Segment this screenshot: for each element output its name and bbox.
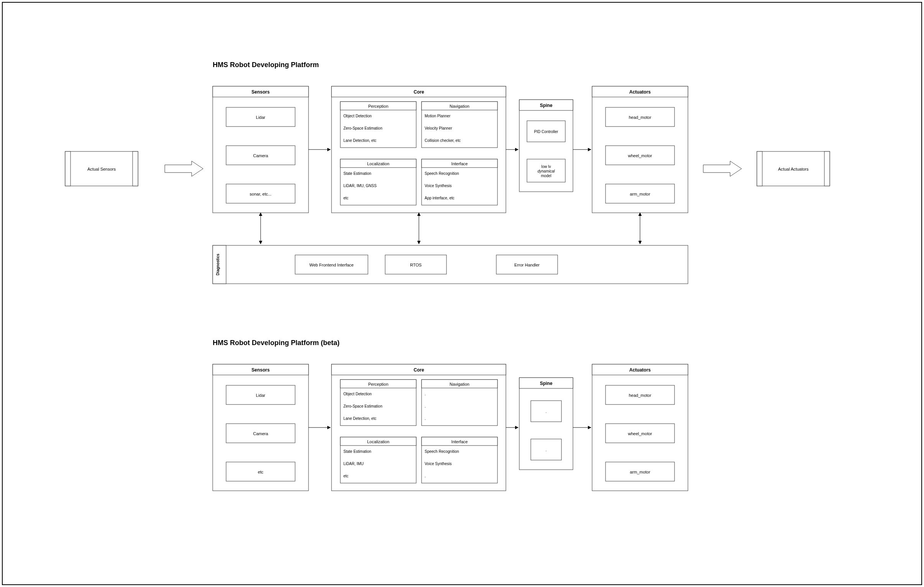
actual-sensors-block: Actual Sensors: [65, 151, 138, 186]
svg-text:Sensors: Sensors: [251, 89, 270, 95]
svg-rect-61: [824, 151, 830, 186]
svg-text:Actuators: Actuators: [629, 367, 651, 373]
svg-text:Localization: Localization: [367, 161, 389, 166]
svg-text:Object Detection: Object Detection: [343, 114, 372, 118]
svg-text:Perception: Perception: [368, 104, 389, 109]
svg-text:Lane Detection, etc: Lane Detection, etc: [343, 139, 376, 143]
svg-text:.: .: [425, 417, 426, 421]
svg-text:sonar, etc...: sonar, etc...: [250, 192, 272, 196]
svg-text:.: .: [546, 448, 547, 452]
diagnostics-block: Diagnostics Web Frontend Interface RTOS …: [213, 245, 688, 284]
diagram-canvas: HMS Robot Developing Platform Actual Sen…: [0, 0, 924, 587]
svg-text:Lidar: Lidar: [256, 393, 266, 398]
svg-text:LiDAR, IMU, GNSS: LiDAR, IMU, GNSS: [343, 184, 377, 188]
svg-text:Collision checker, etc: Collision checker, etc: [425, 139, 461, 143]
svg-text:Sensors: Sensors: [251, 367, 270, 373]
svg-text:Actual Actuators: Actual Actuators: [778, 167, 808, 171]
svg-text:arm_motor: arm_motor: [630, 470, 650, 474]
sensors-column: Sensors Lidar Camera sonar, etc...: [213, 86, 309, 213]
svg-text:Spine: Spine: [540, 103, 553, 108]
svg-text:Navigation: Navigation: [450, 104, 469, 109]
svg-text:Actual Sensors: Actual Sensors: [87, 167, 116, 171]
svg-text:Voice Synthesis: Voice Synthesis: [425, 184, 452, 188]
svg-text:RTOS: RTOS: [410, 263, 422, 267]
beta-actuators-column: Actuators head_motor wheel_motor arm_mot…: [592, 364, 688, 491]
svg-text:State Estimation: State Estimation: [343, 449, 371, 453]
svg-text:.: .: [425, 392, 426, 396]
svg-text:Object Detection: Object Detection: [343, 392, 372, 396]
svg-text:Perception: Perception: [368, 382, 389, 387]
svg-text:Interface: Interface: [452, 440, 468, 444]
title-2: HMS Robot Developing Platform (beta): [213, 339, 340, 347]
svg-text:Zero-Space Estimation: Zero-Space Estimation: [343, 404, 383, 408]
svg-text:head_motor: head_motor: [629, 115, 652, 120]
svg-text:Motion Planner: Motion Planner: [425, 114, 451, 118]
svg-rect-63: [213, 245, 688, 284]
title-1: HMS Robot Developing Platform: [213, 61, 319, 69]
beta-spine-block: Spine . .: [519, 378, 573, 470]
svg-text:Speech Recognition: Speech Recognition: [425, 171, 459, 175]
svg-rect-60: [757, 151, 762, 186]
svg-text:Navigation: Navigation: [450, 382, 469, 387]
spine-block: Spine PID Controller low lv dynamical mo…: [519, 100, 573, 192]
big-arrow-left: [165, 161, 203, 176]
svg-text:.: .: [425, 404, 426, 408]
svg-text:Spine: Spine: [540, 381, 553, 386]
svg-text:Camera: Camera: [253, 432, 268, 436]
svg-text:etc: etc: [343, 196, 348, 200]
svg-text:Web Frontend Interface: Web Frontend Interface: [309, 263, 353, 267]
svg-text:Voice Synthesis: Voice Synthesis: [425, 461, 452, 466]
svg-text:dynamical: dynamical: [537, 169, 555, 173]
beta-core-block: Core Perception Object Detection Zero-Sp…: [332, 364, 506, 491]
svg-text:arm_motor: arm_motor: [630, 192, 650, 196]
svg-text:Lidar: Lidar: [256, 115, 266, 120]
svg-text:Velocity Planner: Velocity Planner: [425, 126, 452, 131]
svg-text:Camera: Camera: [253, 153, 268, 158]
svg-text:State Estimation: State Estimation: [343, 171, 371, 175]
svg-text:Lane Detection, etc: Lane Detection, etc: [343, 417, 376, 421]
svg-text:.: .: [425, 474, 426, 478]
actual-actuators-block: Actual Actuators: [757, 151, 830, 186]
svg-text:Diagnostics: Diagnostics: [216, 253, 220, 275]
svg-text:Speech Recognition: Speech Recognition: [425, 449, 459, 453]
svg-text:etc: etc: [343, 474, 348, 478]
svg-text:head_motor: head_motor: [629, 393, 652, 398]
svg-text:etc: etc: [258, 470, 264, 474]
svg-text:PID Controller: PID Controller: [534, 130, 558, 134]
svg-text:App interface, etc: App interface, etc: [425, 196, 455, 200]
beta-sensors-column: Sensors Lidar Camera etc: [213, 364, 309, 491]
core-block: Core Perception Object Detection Zero-Sp…: [332, 86, 506, 213]
svg-text:wheel_motor: wheel_motor: [628, 432, 652, 436]
svg-text:model: model: [541, 174, 551, 178]
svg-rect-2: [65, 151, 71, 186]
svg-rect-3: [133, 151, 138, 186]
svg-text:low lv: low lv: [541, 164, 551, 169]
big-arrow-right: [703, 161, 742, 176]
svg-text:LiDAR, IMU: LiDAR, IMU: [343, 461, 364, 466]
actuators-column: Actuators head_motor wheel_motor arm_mot…: [592, 86, 688, 213]
svg-text:wheel_motor: wheel_motor: [628, 153, 652, 158]
svg-text:.: .: [546, 410, 547, 414]
svg-text:Zero-Space Estimation: Zero-Space Estimation: [343, 126, 383, 131]
svg-text:Localization: Localization: [367, 440, 389, 444]
svg-text:Error Handler: Error Handler: [514, 263, 540, 267]
svg-text:Core: Core: [414, 367, 424, 373]
svg-text:Core: Core: [414, 89, 424, 95]
svg-text:Actuators: Actuators: [629, 89, 651, 95]
svg-text:Interface: Interface: [452, 161, 468, 166]
